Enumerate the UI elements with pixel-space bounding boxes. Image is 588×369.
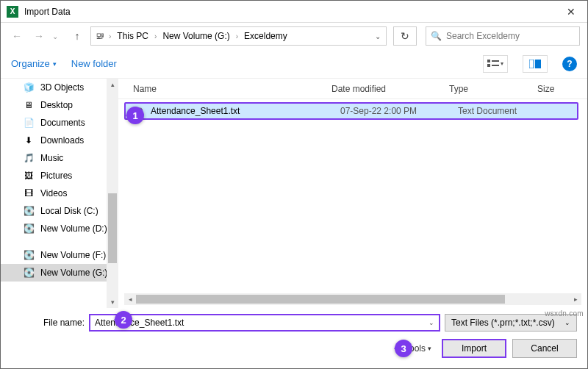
cancel-button[interactable]: Cancel bbox=[512, 339, 577, 358]
close-button[interactable]: ✕ bbox=[561, 3, 581, 21]
sidebar-item-videos[interactable]: 🎞Videos bbox=[1, 184, 118, 202]
sidebar-item-label: Pictures bbox=[40, 171, 72, 181]
column-headers: Name Date modified Type Size bbox=[118, 79, 587, 99]
sidebar-item-volume-f[interactable]: 💽New Volume (F:) bbox=[1, 246, 118, 264]
search-box[interactable]: 🔍 Search Exceldemy bbox=[426, 26, 580, 46]
action-row: Tools ▾ Import Cancel bbox=[11, 339, 577, 358]
scrollbar-thumb[interactable] bbox=[136, 295, 505, 304]
drive-icon: 💽 bbox=[23, 249, 35, 261]
annotation-callout-2: 2 bbox=[115, 311, 132, 329]
crumb-folder[interactable]: Exceldemy bbox=[241, 29, 290, 43]
sidebar-item-documents[interactable]: 📄Documents bbox=[1, 114, 118, 132]
filename-row: File name: Attendance_Sheet1.txt ⌄ Text … bbox=[11, 314, 577, 332]
import-button[interactable]: Import bbox=[442, 339, 506, 358]
scroll-left-icon[interactable]: ◂ bbox=[124, 293, 136, 305]
scroll-down-icon[interactable]: ▾ bbox=[107, 296, 118, 308]
watermark: wsxdn.com bbox=[545, 309, 584, 318]
file-date: 07-Sep-22 2:00 PM bbox=[340, 106, 458, 116]
chevron-down-icon: ▾ bbox=[501, 60, 503, 67]
col-size[interactable]: Size bbox=[537, 84, 567, 94]
sidebar-item-desktop[interactable]: 🖥Desktop bbox=[1, 96, 118, 114]
svg-rect-2 bbox=[492, 60, 499, 62]
toolbar: Organize ▾ New folder ▾ ? bbox=[1, 49, 587, 79]
chevron-down-icon[interactable]: ⌄ bbox=[429, 319, 434, 326]
titlebar: X Import Data ✕ bbox=[1, 1, 587, 23]
recent-locations-button[interactable]: ⌄ bbox=[52, 32, 64, 40]
drive-icon: 💽 bbox=[23, 205, 35, 217]
sidebar-item-music[interactable]: 🎵Music bbox=[1, 149, 118, 167]
svg-rect-1 bbox=[487, 64, 490, 67]
chevron-down-icon: ⌄ bbox=[564, 319, 570, 326]
window-title: Import Data bbox=[24, 7, 561, 17]
import-data-dialog: X Import Data ✕ ← → ⌄ ↑ 🖳 › This PC › Ne… bbox=[0, 0, 588, 369]
horizontal-scrollbar[interactable]: ◂ ▸ bbox=[124, 293, 581, 305]
filename-combobox[interactable]: Attendance_Sheet1.txt ⌄ bbox=[89, 314, 440, 332]
chevron-down-icon: ▾ bbox=[428, 345, 431, 352]
dialog-body: 🧊3D Objects 🖥Desktop 📄Documents ⬇Downloa… bbox=[1, 79, 587, 308]
sidebar-item-local-disk-c[interactable]: 💽Local Disk (C:) bbox=[1, 202, 118, 220]
col-type[interactable]: Type bbox=[449, 84, 537, 94]
view-list-icon bbox=[487, 60, 499, 68]
chevron-right-icon: › bbox=[154, 32, 157, 40]
3d-objects-icon: 🧊 bbox=[23, 82, 35, 93]
drive-icon: 💽 bbox=[23, 223, 35, 234]
sidebar-item-label: 3D Objects bbox=[40, 82, 84, 93]
preview-pane-button[interactable] bbox=[523, 55, 548, 73]
back-button[interactable]: ← bbox=[8, 27, 26, 45]
view-options-button[interactable]: ▾ bbox=[483, 55, 508, 73]
organize-menu[interactable]: Organize ▾ bbox=[11, 58, 57, 69]
crumb-volume[interactable]: New Volume (G:) bbox=[159, 29, 232, 43]
file-row[interactable]: 🗎 Attendance_Sheet1.txt 07-Sep-22 2:00 P… bbox=[124, 102, 578, 120]
nav-bar: ← → ⌄ ↑ 🖳 › This PC › New Volume (G:) › … bbox=[1, 23, 587, 49]
search-placeholder: Search Exceldemy bbox=[446, 31, 520, 41]
forward-button[interactable]: → bbox=[30, 27, 48, 45]
crumb-this-pc[interactable]: This PC bbox=[114, 29, 151, 43]
sidebar-item-label: Music bbox=[40, 153, 63, 163]
scroll-up-icon[interactable]: ▴ bbox=[107, 79, 118, 90]
address-bar[interactable]: 🖳 › This PC › New Volume (G:) › Exceldem… bbox=[90, 26, 387, 46]
scrollbar-thumb[interactable] bbox=[108, 193, 117, 263]
refresh-button[interactable]: ↻ bbox=[393, 26, 417, 46]
file-list: 🗎 Attendance_Sheet1.txt 07-Sep-22 2:00 P… bbox=[118, 99, 587, 293]
nav-sidebar: 🧊3D Objects 🖥Desktop 📄Documents ⬇Downloa… bbox=[1, 79, 118, 308]
address-dropdown-button[interactable]: ⌄ bbox=[373, 32, 383, 40]
chevron-right-icon: › bbox=[109, 32, 111, 40]
sidebar-item-label: Downloads bbox=[40, 135, 84, 146]
sidebar-scrollbar[interactable]: ▴ ▾ bbox=[107, 79, 118, 308]
col-name[interactable]: Name bbox=[133, 84, 331, 94]
sidebar-item-pictures[interactable]: 🖼Pictures bbox=[1, 167, 118, 184]
file-list-pane: Name Date modified Type Size 🗎 Attendanc… bbox=[118, 79, 587, 308]
filename-label: File name: bbox=[11, 318, 85, 328]
annotation-callout-3: 3 bbox=[395, 340, 412, 357]
sidebar-item-volume-d[interactable]: 💽New Volume (D:) bbox=[1, 220, 118, 237]
search-icon: 🔍 bbox=[431, 31, 442, 41]
sidebar-item-3d-objects[interactable]: 🧊3D Objects bbox=[1, 79, 118, 96]
scroll-right-icon[interactable]: ▸ bbox=[570, 293, 581, 305]
sidebar-item-label: New Volume (F:) bbox=[40, 250, 106, 260]
sidebar-item-label: Documents bbox=[40, 118, 85, 128]
svg-rect-4 bbox=[529, 60, 534, 68]
sidebar-item-volume-g[interactable]: 💽New Volume (G:) bbox=[1, 264, 118, 282]
sidebar-item-label: Desktop bbox=[40, 100, 73, 110]
filter-value: Text Files (*.prn;*.txt;*.csv) bbox=[451, 318, 555, 328]
svg-rect-3 bbox=[492, 65, 499, 66]
organize-label: Organize bbox=[11, 58, 50, 69]
sidebar-item-downloads[interactable]: ⬇Downloads bbox=[1, 132, 118, 149]
col-date[interactable]: Date modified bbox=[331, 84, 449, 94]
downloads-icon: ⬇ bbox=[23, 135, 35, 146]
svg-rect-5 bbox=[535, 60, 541, 68]
annotation-callout-1: 1 bbox=[126, 107, 144, 124]
pictures-icon: 🖼 bbox=[23, 170, 35, 182]
sidebar-item-label: New Volume (D:) bbox=[40, 223, 107, 234]
chevron-right-icon: › bbox=[236, 32, 238, 40]
up-button[interactable]: ↑ bbox=[68, 27, 86, 45]
documents-icon: 📄 bbox=[23, 117, 35, 129]
videos-icon: 🎞 bbox=[23, 187, 35, 199]
chevron-down-icon: ▾ bbox=[53, 60, 57, 68]
new-folder-button[interactable]: New folder bbox=[71, 58, 117, 69]
sidebar-item-label: Videos bbox=[40, 188, 67, 198]
pc-icon: 🖳 bbox=[94, 30, 106, 42]
file-name: Attendance_Sheet1.txt bbox=[151, 106, 340, 116]
help-button[interactable]: ? bbox=[562, 57, 577, 71]
file-type: Text Document bbox=[458, 106, 553, 116]
